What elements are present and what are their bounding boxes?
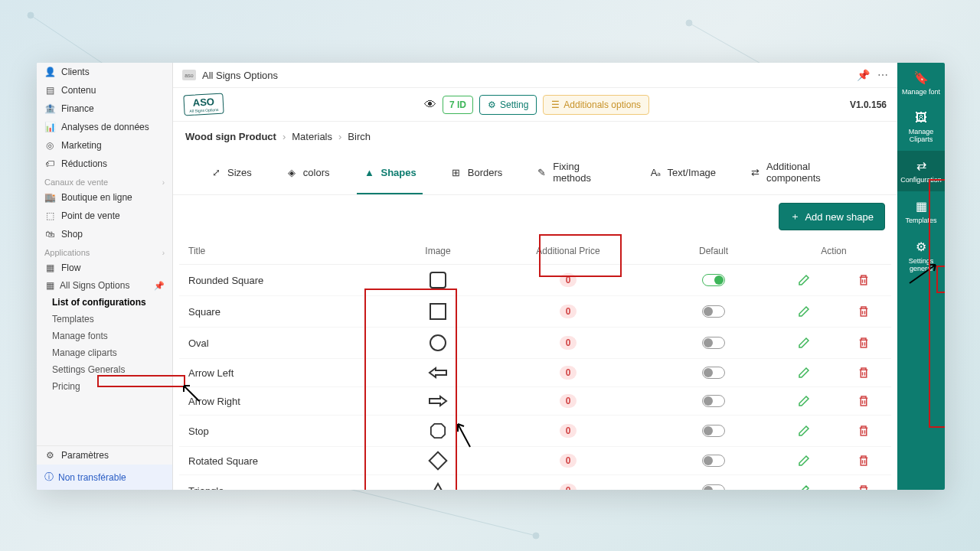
tab-fixingmethods[interactable]: ✎Fixing methods bbox=[530, 152, 622, 194]
svg-point-4 bbox=[28, 12, 34, 18]
sidebar-channel[interactable]: ⬚Point de vente bbox=[37, 207, 172, 225]
breadcrumb-leaf: Birch bbox=[348, 131, 371, 142]
sidebar-aso-child[interactable]: List of configurations bbox=[37, 294, 172, 311]
breadcrumb-root[interactable]: Wood sign Product bbox=[185, 131, 276, 142]
edit-button[interactable] bbox=[797, 305, 811, 318]
rail-tmpl[interactable]: ▦Templates bbox=[897, 191, 945, 232]
price-badge: 0 bbox=[560, 336, 577, 350]
sidebar-aso-child[interactable]: Templates bbox=[37, 311, 172, 328]
svg-point-10 bbox=[686, 20, 692, 26]
edit-button[interactable] bbox=[797, 273, 811, 287]
price-badge: 0 bbox=[560, 394, 577, 408]
row-shape-icon bbox=[384, 482, 492, 490]
delete-button[interactable] bbox=[857, 305, 871, 318]
breadcrumb-item[interactable]: Materials bbox=[292, 131, 332, 142]
rail-clip[interactable]: 🖼Manage Cliparts bbox=[897, 103, 945, 151]
sidebar-app[interactable]: ▦Flow bbox=[37, 259, 172, 277]
id-badge[interactable]: 7 ID bbox=[443, 96, 473, 114]
sidebar-aso-child[interactable]: Settings Generals bbox=[37, 361, 172, 378]
sidebar-item[interactable]: 🏷Réductions bbox=[37, 155, 172, 173]
row-title: Rotated Square bbox=[185, 455, 384, 467]
rail-config[interactable]: ⇄Configuration bbox=[897, 151, 945, 191]
svg-marker-12 bbox=[431, 424, 445, 438]
tab-additionalcomponents[interactable]: ⇄Additional components bbox=[743, 152, 867, 194]
version-label: V1.0.156 bbox=[850, 99, 887, 110]
sidebar-channel[interactable]: 🛍Shop bbox=[37, 225, 172, 243]
clip-icon: 🖼 bbox=[915, 111, 927, 125]
tab-sizes[interactable]: ⤢Sizes bbox=[204, 152, 258, 194]
delete-button[interactable] bbox=[857, 484, 871, 490]
default-toggle[interactable] bbox=[702, 367, 725, 379]
sidebar-settings[interactable]: ⚙ Paramètres bbox=[37, 446, 172, 465]
default-toggle[interactable] bbox=[702, 337, 725, 349]
bars-icon: 📊 bbox=[44, 122, 55, 132]
edit-button[interactable] bbox=[797, 394, 811, 408]
sizes-icon: ⤢ bbox=[210, 166, 222, 178]
tab-shapes[interactable]: ▲Shapes bbox=[357, 152, 422, 194]
sidebar-item[interactable]: ▤Contenu bbox=[37, 81, 172, 99]
preview-icon[interactable]: 👁 bbox=[424, 98, 436, 112]
default-toggle[interactable] bbox=[702, 274, 725, 286]
default-toggle[interactable] bbox=[702, 425, 725, 437]
sidebar-app-aso[interactable]: ▦ All Signs Options 📌 bbox=[37, 277, 172, 294]
table-row: Oval 0 bbox=[179, 328, 891, 359]
edit-button[interactable] bbox=[797, 424, 811, 438]
store-icon: 🏬 bbox=[44, 192, 55, 203]
edit-button[interactable] bbox=[797, 366, 811, 380]
pin-button[interactable]: 📌 bbox=[857, 69, 870, 81]
row-title: Arrow Right bbox=[185, 396, 384, 407]
price-badge: 0 bbox=[560, 424, 577, 438]
delete-button[interactable] bbox=[857, 394, 871, 408]
edit-button[interactable] bbox=[797, 454, 811, 468]
table-row: Arrow Left 0 bbox=[179, 359, 891, 387]
sidebar-section-channels: Canaux de vente› bbox=[37, 173, 172, 188]
tab-borders[interactable]: ⊞Borders bbox=[444, 152, 509, 194]
row-shape-icon bbox=[384, 303, 492, 320]
non-transferable-badge[interactable]: ⓘ Non transférable bbox=[37, 465, 172, 490]
sidebar-aso-child[interactable]: Manage fonts bbox=[37, 328, 172, 344]
tab-colors[interactable]: ◈colors bbox=[279, 152, 336, 194]
edit-button[interactable] bbox=[797, 484, 811, 490]
default-toggle[interactable] bbox=[702, 484, 725, 490]
rail-font[interactable]: 🔖Manage font bbox=[897, 63, 945, 103]
row-title: Oval bbox=[185, 337, 384, 349]
rail-gear[interactable]: ⚙Settings general bbox=[897, 232, 945, 280]
additional-options-button[interactable]: ☰ Additionals options bbox=[543, 95, 649, 115]
pin-icon[interactable]: 📌 bbox=[154, 281, 165, 291]
sidebar-item[interactable]: ◎Marketing bbox=[37, 136, 172, 155]
setting-button[interactable]: ⚙ Setting bbox=[479, 95, 537, 115]
delete-button[interactable] bbox=[857, 273, 871, 287]
sidebar-aso-child[interactable]: Manage cliparts bbox=[37, 344, 172, 361]
row-shape-icon bbox=[384, 422, 492, 439]
colors-icon: ◈ bbox=[286, 166, 298, 178]
bag-icon: 🛍 bbox=[44, 229, 55, 240]
sidebar-item[interactable]: 👤Clients bbox=[37, 63, 172, 81]
delete-button[interactable] bbox=[857, 424, 871, 438]
target-icon: ◎ bbox=[44, 140, 55, 151]
text-icon: Aₐ bbox=[650, 166, 662, 178]
delete-button[interactable] bbox=[857, 336, 871, 350]
default-toggle[interactable] bbox=[702, 305, 725, 318]
page-title: All Signs Options bbox=[202, 70, 278, 81]
grid-icon: ▦ bbox=[44, 262, 55, 273]
sidebar-aso-child[interactable]: Pricing bbox=[37, 378, 172, 395]
aso-logo: ASO All Signs Options bbox=[183, 93, 224, 116]
more-button[interactable]: ⋯ bbox=[877, 69, 888, 81]
default-toggle[interactable] bbox=[702, 395, 725, 407]
add-new-shape-button[interactable]: ＋ Add new shape bbox=[779, 203, 885, 230]
default-toggle[interactable] bbox=[702, 455, 725, 467]
sidebar-item[interactable]: 📊Analyses de données bbox=[37, 118, 172, 136]
price-badge: 0 bbox=[560, 273, 577, 287]
row-shape-icon bbox=[384, 454, 492, 468]
shapes-icon: ▲ bbox=[363, 166, 375, 178]
delete-button[interactable] bbox=[857, 366, 871, 380]
col-default: Default bbox=[645, 246, 782, 256]
delete-button[interactable] bbox=[857, 454, 871, 468]
sidebar-item[interactable]: 🏦Finance bbox=[37, 99, 172, 118]
sliders-icon: ⚙ bbox=[488, 99, 496, 110]
edit-button[interactable] bbox=[797, 336, 811, 350]
row-shape-icon bbox=[384, 367, 492, 379]
tab-textimage[interactable]: AₐText/Image bbox=[644, 152, 723, 194]
sidebar-channel[interactable]: 🏬Boutique en ligne bbox=[37, 188, 172, 207]
app-badge-icon: aso bbox=[182, 70, 196, 80]
